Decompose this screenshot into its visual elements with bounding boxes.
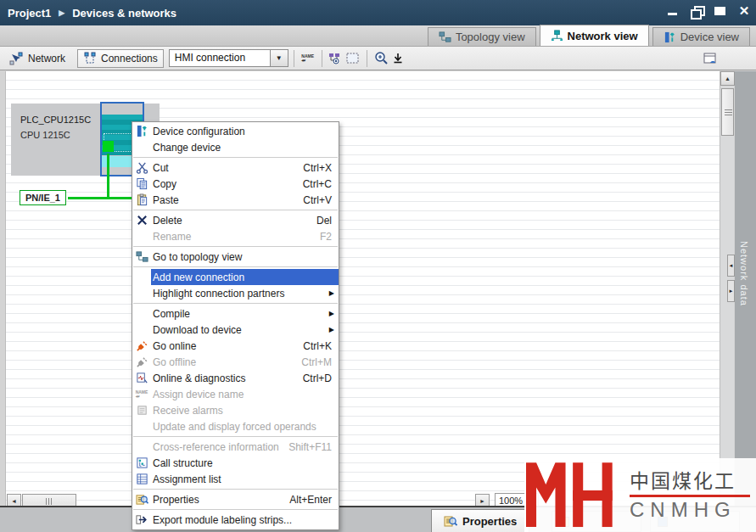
assign-device-name-toolbar-button[interactable]: NAME⮨ — [300, 50, 316, 67]
menu-item-receive-alarms[interactable]: Receive alarms — [132, 402, 339, 418]
scroll-up-button[interactable]: ▲ — [720, 71, 735, 86]
profinet-line-horizontal — [68, 197, 134, 199]
menu-item-assign-device-name[interactable]: NAME⮨ Assign device name — [132, 386, 339, 402]
menu-item-go-online[interactable]: Go online Ctrl+K — [132, 338, 339, 354]
menu-item-go-to-topology-view[interactable]: Go to topology view — [132, 249, 339, 265]
tia-portal-window: Project1 ▶ Devices & networks ✕ Topology… — [0, 0, 756, 532]
paste-icon — [132, 193, 151, 206]
restore-icon[interactable] — [690, 5, 703, 17]
go-offline-icon — [132, 356, 151, 368]
breadcrumb-arrow-icon: ▶ — [59, 8, 64, 17]
connection-type-value: HMI connection — [170, 50, 270, 66]
assign-name-icon: NAME⮨ — [301, 54, 314, 63]
zoom-icon — [373, 51, 389, 66]
topology-view-icon — [439, 31, 451, 43]
close-icon[interactable]: ✕ — [737, 5, 751, 17]
menu-item-paste[interactable]: Paste Ctrl+V — [132, 192, 339, 208]
selection-grid-icon — [345, 52, 361, 65]
submenu-arrow-icon: ▶ — [329, 326, 334, 333]
menu-item-properties[interactable]: Properties Alt+Enter — [132, 491, 339, 507]
delete-icon — [132, 214, 151, 227]
side-panel-strip: Network data — [735, 71, 756, 507]
call-structure-icon — [132, 456, 151, 469]
selection-grid-button[interactable] — [344, 50, 361, 67]
menu-item-download-to-device[interactable]: Download to device ▶ — [132, 322, 339, 338]
online-diagnostics-icon — [132, 372, 151, 384]
maximize-icon[interactable] — [714, 5, 727, 17]
menu-item-delete[interactable]: Delete Del — [132, 212, 339, 228]
device-config-icon — [132, 125, 151, 137]
menu-item-export-module-labeling-strips[interactable]: Export module labeling strips... — [132, 512, 339, 528]
device-name: PLC_CPU1215C — [20, 115, 91, 125]
menu-item-rename[interactable]: Rename F2 — [132, 228, 339, 244]
topology-view-icon — [132, 250, 151, 263]
collapse-right-icon[interactable]: ► — [727, 280, 735, 302]
tab-properties-bottom[interactable]: Properties — [431, 509, 529, 532]
zoom-button[interactable] — [372, 50, 389, 67]
cut-icon — [132, 161, 151, 174]
submenu-arrow-icon: ▶ — [329, 289, 334, 297]
tab-network-view[interactable]: Network view — [540, 25, 649, 46]
toggle-pane-button[interactable] — [702, 50, 719, 67]
tab-topology-view[interactable]: Topology view — [428, 27, 536, 46]
device-type: CPU 1215C — [20, 130, 70, 140]
watermark-text-cn: 中国煤化工 — [630, 470, 750, 492]
watermark-logo — [526, 462, 621, 529]
network-cursor-icon — [8, 51, 24, 66]
device-view-icon — [664, 31, 676, 43]
menu-item-online-diagnostics[interactable]: Online & diagnostics Ctrl+D — [132, 370, 339, 386]
vscroll-thumb[interactable] — [721, 88, 734, 136]
page-title: Devices & networks — [72, 7, 176, 20]
side-panel-tab-network-data[interactable]: Network data — [739, 241, 749, 306]
fit-to-view-button[interactable] — [389, 50, 406, 67]
export-icon — [132, 513, 151, 526]
network-canvas[interactable]: PLC_CPU1215C CPU 1215C PN/IE_1 ◄ ► 100% — [5, 71, 720, 507]
subnet-label[interactable]: PN/IE_1 — [20, 190, 66, 205]
view-tab-strip: Topology view Network view Device view — [0, 25, 756, 47]
connection-type-select[interactable]: HMI connection ▼ — [169, 49, 288, 67]
title-bar: Project1 ▶ Devices & networks ✕ — [0, 0, 756, 25]
show-address-labels-button[interactable] — [328, 50, 344, 67]
tab-device-view[interactable]: Device view — [652, 27, 750, 46]
watermark: 中国煤化工 CNMHG — [524, 458, 756, 532]
menu-item-highlight-connection-partners[interactable]: Highlight connection partners ▶ — [132, 285, 339, 301]
receive-alarms-icon — [132, 404, 151, 417]
menu-item-copy[interactable]: Copy Ctrl+C — [132, 176, 339, 192]
connections-icon — [83, 52, 97, 65]
menu-item-update-forced-operands[interactable]: Update and display forced operands — [132, 418, 339, 434]
assign-name-icon: NAME⮨ — [132, 390, 151, 399]
menu-item-cross-reference-information[interactable]: Cross-reference information Shift+F11 — [132, 439, 339, 455]
menu-item-change-device[interactable]: Change device — [132, 139, 339, 155]
breadcrumb-project[interactable]: Project1 — [8, 7, 51, 20]
menu-item-compile[interactable]: Compile ▶ — [132, 305, 339, 322]
collapse-left-icon[interactable]: ◄ — [727, 255, 735, 277]
menu-item-go-offline[interactable]: Go offline Ctrl+M — [132, 354, 339, 370]
menu-item-add-new-connection[interactable]: Add new connection — [132, 269, 339, 285]
properties-icon — [444, 514, 457, 528]
connections-button[interactable]: Connections — [77, 49, 164, 68]
network-toolbar: Network Connections HMI connection ▼ NAM… — [0, 47, 756, 70]
watermark-rule — [630, 495, 750, 497]
properties-icon — [132, 493, 151, 506]
copy-icon — [132, 177, 151, 190]
profinet-line-vertical — [107, 154, 109, 199]
go-online-icon — [132, 339, 151, 352]
profinet-port[interactable] — [103, 141, 114, 152]
pane-icon — [703, 52, 718, 65]
menu-item-device-configuration[interactable]: Device configuration — [132, 123, 339, 139]
address-labels-icon — [328, 52, 344, 65]
menu-item-assignment-list[interactable]: Assignment list — [132, 471, 339, 487]
assignment-list-icon — [132, 473, 151, 485]
chevron-down-icon[interactable]: ▼ — [270, 50, 288, 66]
menu-item-call-structure[interactable]: Call structure — [132, 455, 339, 471]
download-arrow-icon — [392, 52, 404, 65]
network-mode-button[interactable]: Network — [3, 49, 70, 68]
breadcrumb[interactable]: Project1 ▶ Devices & networks — [0, 7, 176, 20]
watermark-text-en: CNMHG — [630, 499, 750, 521]
context-menu: Device configuration Change device Cut C… — [132, 121, 339, 530]
menu-item-cut[interactable]: Cut Ctrl+X — [132, 160, 339, 176]
network-view-icon — [551, 30, 563, 42]
minimize-icon[interactable] — [666, 5, 680, 17]
submenu-arrow-icon: ▶ — [329, 310, 334, 317]
